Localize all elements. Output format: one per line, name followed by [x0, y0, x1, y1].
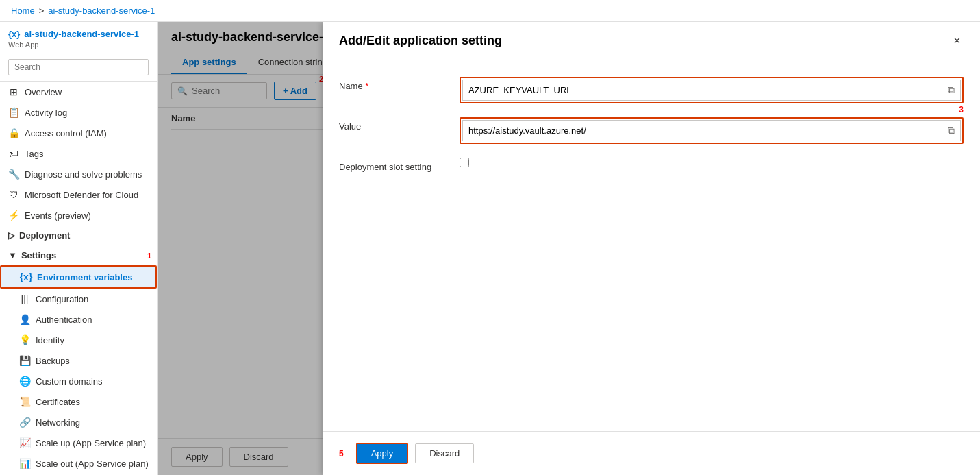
- modal-close-button[interactable]: ✕: [951, 33, 964, 49]
- sidebar-item-label: Microsoft Defender for Cloud: [25, 190, 138, 200]
- value-copy-button[interactable]: ⧉: [942, 121, 960, 141]
- sidebar-item-label: Access control (IAM): [25, 128, 107, 138]
- sidebar-item-authentication[interactable]: 👤 Authentication: [0, 309, 157, 330]
- sidebar-item-configuration[interactable]: ||| Configuration: [0, 289, 157, 309]
- breadcrumb-sep: >: [39, 5, 45, 16]
- sidebar-item-label: Identity: [36, 335, 64, 345]
- close-icon: ✕: [953, 36, 961, 46]
- sidebar-nav: ⊞ Overview 📋 Activity log 🔒 Access contr…: [0, 82, 157, 475]
- name-field-row: Name * ⧉: [339, 77, 964, 103]
- modal-header: Add/Edit application setting ✕: [323, 22, 980, 60]
- sidebar-item-label: Overview: [25, 87, 62, 97]
- sidebar-item-label: Activity log: [25, 108, 67, 118]
- modal-step-badge: 3: [959, 105, 964, 114]
- backups-icon: 💾: [19, 355, 30, 366]
- sidebar-item-defender[interactable]: 🛡 Microsoft Defender for Cloud: [0, 184, 157, 205]
- modal-footer: 5 Apply Discard: [323, 431, 980, 475]
- name-input-group: ⧉: [460, 77, 964, 103]
- sidebar-item-activity-log[interactable]: 📋 Activity log: [0, 102, 157, 123]
- modal-body: Name * ⧉: [323, 60, 980, 431]
- sidebar-item-certificates[interactable]: 📜 Certificates: [0, 391, 157, 412]
- sidebar-item-label: Networking: [36, 417, 80, 428]
- custom-domains-icon: 🌐: [19, 376, 30, 387]
- sidebar-item-identity[interactable]: 💡 Identity: [0, 330, 157, 350]
- resource-name-display: {x} ai-study-backend-service-1: [8, 29, 149, 39]
- scale-up-icon: 📈: [19, 437, 30, 448]
- deployment-slot-checkbox[interactable]: [460, 158, 469, 167]
- modal-apply-step-badge: 5: [339, 449, 344, 459]
- collapse-icon: ▼: [8, 250, 17, 260]
- sidebar-item-label: Authentication: [36, 315, 92, 325]
- env-variables-icon: {x}: [21, 271, 32, 282]
- deployment-slot-row: Deployment slot setting: [339, 158, 964, 172]
- resource-type: Web App: [8, 40, 149, 49]
- sidebar-header: {x} ai-study-backend-service-1 Web App: [0, 22, 157, 53]
- sidebar-item-scale-out[interactable]: 📊 Scale out (App Service plan): [0, 453, 157, 474]
- sidebar-item-events[interactable]: ⚡ Events (preview): [0, 205, 157, 226]
- overview-icon: ⊞: [8, 86, 19, 97]
- sidebar-item-networking[interactable]: 🔗 Networking: [0, 412, 157, 433]
- authentication-icon: 👤: [19, 314, 30, 325]
- modal-panel: Add/Edit application setting ✕ Name *: [323, 22, 980, 475]
- sidebar-search-area: [0, 53, 157, 82]
- name-input-wrapper: ⧉: [462, 80, 961, 101]
- identity-icon: 💡: [19, 334, 30, 345]
- sidebar-item-custom-domains[interactable]: 🌐 Custom domains: [0, 371, 157, 391]
- resource-icon: {x}: [8, 29, 20, 39]
- sidebar-item-env-variables[interactable]: {x} Environment variables: [0, 265, 157, 289]
- name-field: ⧉: [460, 77, 964, 103]
- sidebar-item-overview[interactable]: ⊞ Overview: [0, 82, 157, 102]
- activity-log-icon: 📋: [8, 107, 19, 118]
- sidebar-item-label: Deployment: [19, 230, 70, 241]
- required-indicator: *: [365, 81, 368, 91]
- deployment-slot-label: Deployment slot setting: [339, 158, 449, 172]
- breadcrumb-home[interactable]: Home: [11, 5, 35, 16]
- name-copy-button[interactable]: ⧉: [942, 80, 960, 100]
- diagnose-icon: 🔧: [8, 169, 19, 180]
- sidebar-item-label: Custom domains: [36, 376, 103, 387]
- sidebar-item-backups[interactable]: 💾 Backups: [0, 350, 157, 371]
- breadcrumb: Home > ai-study-backend-service-1: [0, 0, 980, 22]
- deployment-slot-checkbox-row: [460, 158, 964, 167]
- defender-icon: 🛡: [8, 189, 19, 200]
- sidebar-item-scale-up[interactable]: 📈 Scale up (App Service plan): [0, 433, 157, 453]
- sidebar-item-settings[interactable]: ▼ Settings 1: [0, 245, 157, 265]
- scale-out-icon: 📊: [19, 458, 30, 469]
- sidebar-item-label: Tags: [25, 149, 43, 159]
- value-input-group: ⧉: [460, 117, 964, 144]
- expand-icon: ▷: [8, 230, 15, 241]
- sidebar-item-label: Scale up (App Service plan): [36, 438, 146, 448]
- sidebar-item-access-control[interactable]: 🔒 Access control (IAM): [0, 123, 157, 143]
- sidebar-search-input[interactable]: [8, 59, 149, 75]
- sidebar-item-label: Diagnose and solve problems: [25, 169, 142, 180]
- sidebar-item-label: Environment variables: [37, 272, 132, 282]
- value-input[interactable]: [463, 121, 942, 140]
- name-label: Name *: [339, 77, 449, 91]
- modal-title: Add/Edit application setting: [339, 34, 502, 48]
- value-field-row: Value ⧉ 3: [339, 117, 964, 144]
- networking-icon: 🔗: [19, 417, 30, 428]
- value-input-wrapper: ⧉: [462, 120, 961, 141]
- sidebar-item-label: Events (preview): [25, 210, 91, 221]
- sidebar: {x} ai-study-backend-service-1 Web App ⊞…: [0, 22, 158, 475]
- configuration-icon: |||: [19, 293, 30, 304]
- sidebar-item-tags[interactable]: 🏷 Tags: [0, 143, 157, 164]
- breadcrumb-resource[interactable]: ai-study-backend-service-1: [48, 5, 155, 16]
- deployment-slot-field: [460, 158, 964, 167]
- value-label: Value: [339, 117, 449, 132]
- tags-icon: 🏷: [8, 148, 19, 159]
- modal-apply-button[interactable]: Apply: [356, 443, 409, 464]
- sidebar-item-deployment[interactable]: ▷ Deployment: [0, 226, 157, 245]
- events-icon: ⚡: [8, 210, 19, 221]
- sidebar-item-label: Certificates: [36, 397, 80, 407]
- name-input[interactable]: [463, 81, 942, 99]
- sidebar-item-label: Scale out (App Service plan): [36, 459, 149, 469]
- value-field: ⧉ 3: [460, 117, 964, 144]
- main-content: ai-study-backend-service-1 | Environment…: [158, 22, 980, 475]
- sidebar-item-diagnose[interactable]: 🔧 Diagnose and solve problems: [0, 164, 157, 184]
- access-control-icon: 🔒: [8, 127, 19, 138]
- sidebar-item-label: Configuration: [36, 294, 88, 304]
- modal-discard-button[interactable]: Discard: [415, 443, 474, 463]
- sidebar-item-label: Backups: [36, 356, 70, 366]
- settings-step-badge: 1: [147, 252, 151, 260]
